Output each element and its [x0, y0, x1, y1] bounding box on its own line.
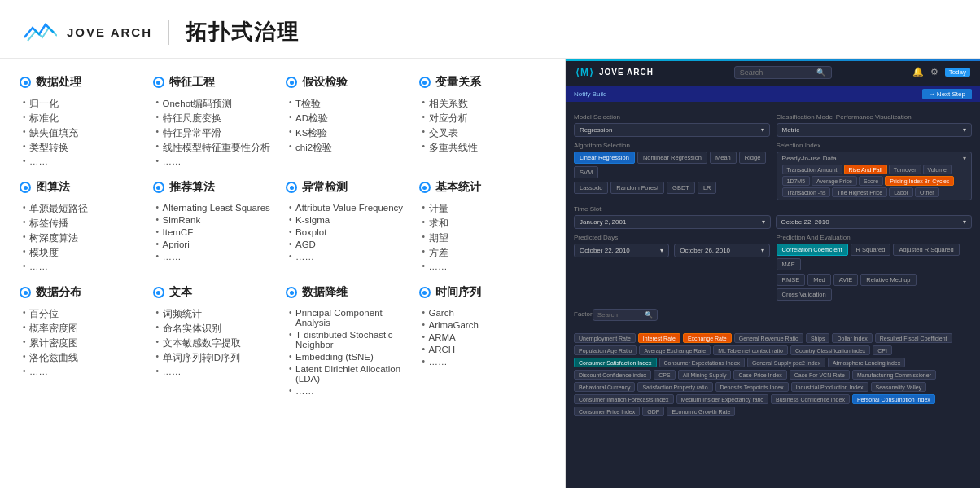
selection-tag[interactable]: Pricing Index 8n Cycles [885, 176, 954, 186]
factor-tag[interactable]: General Supply psc2 Index [747, 358, 825, 367]
factor-tag[interactable]: Ships [806, 333, 830, 343]
algorithm-btn[interactable]: LR [698, 182, 717, 194]
list-item: Garch [422, 306, 546, 319]
eval-btn[interactable]: Cross Validation [777, 288, 832, 301]
factor-tag[interactable]: Exchange Rate [683, 333, 732, 343]
list-item: 类型转换 [23, 140, 147, 155]
selection-tag[interactable]: Labor [889, 187, 913, 197]
eval-btn[interactable]: Relative Med up [860, 274, 916, 286]
category-items-graph-algorithm: 单源最短路径标签传播树深度算法模块度…… [20, 201, 147, 272]
algorithm-btn[interactable]: GBDT [667, 182, 695, 194]
dark-search-input[interactable] [740, 68, 813, 77]
next-step-btn[interactable]: → Next Step [922, 89, 972, 99]
factor-tag[interactable]: Seasonality Valley [871, 382, 927, 392]
selection-tag[interactable]: The Highest Price [832, 187, 887, 197]
algorithm-btn[interactable]: Mean [710, 152, 737, 164]
dark-search-bar[interactable]: 🔍 [734, 66, 832, 79]
bell-icon[interactable]: 🔔 [912, 67, 924, 77]
list-item: …… [23, 260, 147, 272]
time-start-input[interactable]: January 2, 2001 ▾ [574, 215, 771, 229]
selection-tag[interactable]: Volume [923, 165, 952, 174]
selection-tag[interactable]: Score [859, 176, 883, 186]
settings-icon[interactable]: ⚙ [930, 67, 938, 77]
category-label-basic-stats: 基本统计 [435, 180, 481, 195]
selection-tag[interactable]: Transaction -ns [782, 187, 831, 197]
factor-tag[interactable]: Atmosphere Lending index [828, 358, 905, 367]
list-item: 单词序列转ID序列 [156, 350, 280, 365]
category-recommendation: 推荐算法Alternating Least SquaresSimRankItem… [153, 180, 280, 272]
logo-area: JOVE ARCH [24, 21, 152, 44]
factor-tag[interactable]: Interest Rate [638, 333, 680, 343]
list-item: 求和 [422, 216, 546, 231]
factor-tag[interactable]: Resulted Fiscal Coefficient [875, 333, 952, 343]
algorithm-btn[interactable]: Ridge [739, 152, 767, 164]
eval-btn[interactable]: R Squared [851, 244, 891, 256]
factor-tag[interactable]: Consumer Satisfaction Index [574, 358, 657, 367]
eval-btn[interactable]: Med [807, 274, 831, 286]
list-item: …… [23, 365, 147, 377]
eval-btn[interactable]: AVIE [833, 274, 859, 286]
factor-tag[interactable]: Medium Insider Expectancy ratio [676, 394, 769, 404]
algorithm-btn[interactable]: Linear Regression [574, 152, 635, 164]
factor-tag[interactable]: Consumer Price Index [574, 407, 640, 416]
category-dot-recommendation [153, 182, 164, 193]
factor-tag[interactable]: CPS [654, 370, 675, 380]
category-label-variable-relation: 变量关系 [435, 75, 481, 90]
chevron-down-icon3: ▾ [963, 155, 966, 162]
factor-tag[interactable]: Business Confidence Index [771, 394, 850, 404]
selection-index-dropdown[interactable]: Ready-to-use Data ▾ Transaction AmountRi… [777, 152, 973, 200]
factor-tag[interactable]: Case For VCN Rate [790, 370, 850, 380]
model-select[interactable]: Regression ▾ [574, 123, 770, 137]
list-item: 特征尺度变换 [156, 111, 280, 125]
selection-tag[interactable]: Rise And Fall [844, 165, 887, 174]
factor-tag[interactable]: Personal Consumption Index [852, 394, 935, 404]
factor-tag[interactable]: Unemployment Rate [574, 333, 636, 343]
category-data-processing: 数据处理归一化标准化缺失值填充类型转换…… [20, 75, 147, 167]
factor-tag[interactable]: Consumer Inflation Forecasts Index [574, 394, 674, 404]
factor-tag[interactable]: General Revenue Ratio [734, 333, 803, 343]
factor-tag[interactable]: Case Price Index [733, 370, 786, 380]
selection-tag[interactable]: Other [915, 187, 939, 197]
factor-tag[interactable]: Satisfaction Property ratio [637, 382, 712, 392]
factor-tag[interactable]: Population Age Ratio [574, 345, 637, 355]
factor-tag[interactable]: CPI [873, 345, 892, 355]
factor-tag[interactable]: Behavioral Currency [574, 382, 635, 392]
factor-tag[interactable]: Average Exchange Rate [639, 345, 711, 355]
eval-btn[interactable]: Adjusted R Squared [893, 244, 959, 256]
algorithm-btn[interactable]: Nonlinear Regression [637, 152, 707, 164]
selection-tag[interactable]: Transaction Amount [782, 165, 842, 174]
factor-tag[interactable]: Manufacturing Commissioner [852, 370, 936, 380]
predicted-row: Predicted Days October 22, 2010 ▾ Octobe… [574, 234, 972, 304]
factor-tag[interactable]: Economic Growth Rate [667, 407, 735, 416]
classification-label: Classification Model Performance Visuali… [777, 113, 973, 121]
factor-tag[interactable]: Dollar Index [832, 333, 872, 343]
factor-tag[interactable]: Industrial Production Index [791, 382, 868, 392]
algorithm-btn[interactable]: SVM [574, 166, 598, 178]
algorithm-btn[interactable]: Lassodo [574, 182, 608, 194]
factor-tag[interactable]: ML Table net contact ratio [713, 345, 788, 355]
factor-tag[interactable]: GDP [642, 407, 664, 416]
category-title-data-processing: 数据处理 [20, 75, 147, 90]
factor-tag[interactable]: Consumer Expectations Index [659, 358, 745, 367]
factor-tag[interactable]: All Mining Supply [678, 370, 732, 380]
eval-btn[interactable]: RMSE [777, 274, 806, 286]
eval-btn[interactable]: Correlation Coefficient [777, 244, 848, 256]
factor-search-input[interactable] [597, 311, 642, 319]
selection-tag[interactable]: Average Price [812, 176, 857, 186]
selection-tag[interactable]: Turnover [889, 165, 921, 174]
predicted-days-label: Predicted Days [574, 234, 770, 241]
pred-end-input[interactable]: October 26, 2010 ▾ [674, 244, 769, 257]
selection-tag[interactable]: 1D7M5 [782, 176, 811, 186]
factor-tags-container: Unemployment RateInterest RateExchange R… [574, 333, 972, 416]
main-content: 数据处理归一化标准化缺失值填充类型转换……特征工程Onehot编码预测特征尺度变… [0, 59, 980, 488]
eval-btn[interactable]: MAE [777, 258, 801, 270]
factor-tag[interactable]: Country Classification index [790, 345, 870, 355]
factor-tag[interactable]: Deposits Tenpoints Index [715, 382, 789, 392]
pred-start-input[interactable]: October 22, 2010 ▾ [574, 244, 669, 257]
list-item: ARCH [422, 343, 546, 355]
factor-tag[interactable]: Discount Confidence index [574, 370, 651, 380]
metric-select[interactable]: Metric ▾ [777, 123, 973, 137]
factor-search[interactable]: 🔍 [593, 309, 658, 321]
time-end-input[interactable]: Octobe 22, 2010 ▾ [776, 215, 973, 229]
algorithm-btn[interactable]: Random Forest [610, 182, 664, 194]
